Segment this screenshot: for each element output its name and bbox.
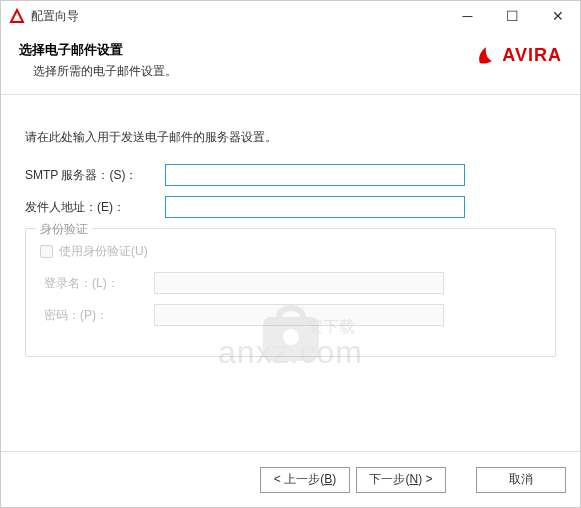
use-auth-checkbox[interactable] <box>40 245 53 258</box>
password-input <box>154 304 444 326</box>
wizard-content: 请在此处输入用于发送电子邮件的服务器设置。 SMTP 服务器：(S)： 发件人地… <box>1 95 580 451</box>
page-subtitle: 选择所需的电子邮件设置。 <box>33 63 474 80</box>
app-icon <box>9 8 25 24</box>
window-title: 配置向导 <box>31 8 445 25</box>
cancel-button[interactable]: 取消 <box>476 467 566 493</box>
brand-logo: AVIRA <box>474 43 562 67</box>
wizard-footer: < 上一步(B) 下一步(N) > 取消 <box>1 451 580 507</box>
avira-icon <box>474 43 498 67</box>
minimize-button[interactable]: ─ <box>445 1 490 31</box>
back-button[interactable]: < 上一步(B) <box>260 467 350 493</box>
instruction-text: 请在此处输入用于发送电子邮件的服务器设置。 <box>25 129 556 146</box>
wizard-header: 选择电子邮件设置 选择所需的电子邮件设置。 AVIRA <box>1 31 580 95</box>
auth-fieldset: 身份验证 使用身份验证(U) 登录名：(L)： 密码：(P)： <box>25 228 556 357</box>
sender-input[interactable] <box>165 196 465 218</box>
login-input <box>154 272 444 294</box>
sender-label: 发件人地址：(E)： <box>25 199 165 216</box>
titlebar: 配置向导 ─ ☐ ✕ <box>1 1 580 31</box>
close-button[interactable]: ✕ <box>535 1 580 31</box>
use-auth-label: 使用身份验证(U) <box>59 243 148 260</box>
maximize-button[interactable]: ☐ <box>490 1 535 31</box>
brand-text: AVIRA <box>502 45 562 66</box>
smtp-label: SMTP 服务器：(S)： <box>25 167 165 184</box>
password-label: 密码：(P)： <box>44 307 154 324</box>
wizard-window: 配置向导 ─ ☐ ✕ 选择电子邮件设置 选择所需的电子邮件设置。 AVIRA 请… <box>0 0 581 508</box>
page-title: 选择电子邮件设置 <box>19 41 474 59</box>
next-button[interactable]: 下一步(N) > <box>356 467 446 493</box>
auth-legend: 身份验证 <box>36 221 92 238</box>
smtp-input[interactable] <box>165 164 465 186</box>
login-label: 登录名：(L)： <box>44 275 154 292</box>
